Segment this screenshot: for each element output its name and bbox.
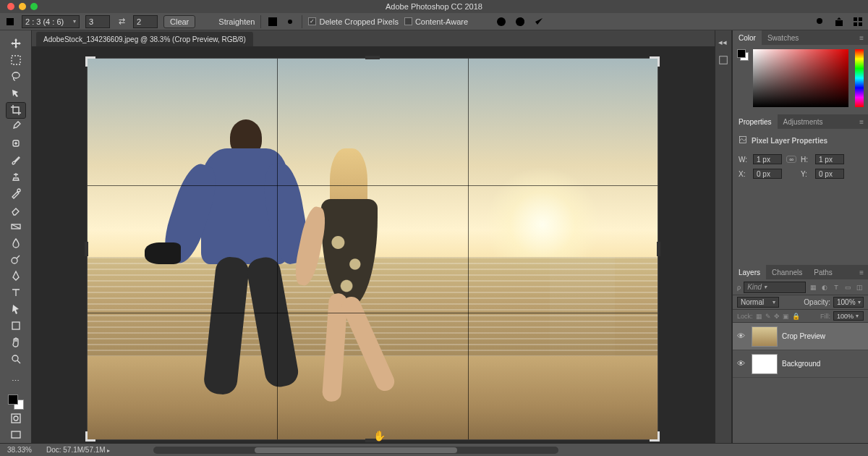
move-tool[interactable]	[7, 36, 25, 51]
path-select-tool[interactable]	[7, 302, 25, 317]
close-window-button[interactable]	[7, 3, 14, 10]
horizontal-scrollbar[interactable]	[153, 447, 558, 454]
lock-trans-icon[interactable]: ▦	[756, 313, 762, 320]
layer-item[interactable]: 👁 Background	[733, 350, 868, 378]
pixel-layer-icon	[739, 135, 747, 145]
reset-crop-icon[interactable]	[495, 16, 507, 28]
filter-type-icon[interactable]: T	[832, 284, 841, 291]
lock-artboard-icon[interactable]: ▣	[783, 313, 789, 320]
document-tab[interactable]: AdobeStock_134236609.jpeg @ 38.3% (Crop …	[36, 32, 253, 46]
crop-tool-preset-icon[interactable]	[4, 16, 16, 28]
crop-handle-right[interactable]	[657, 242, 660, 256]
workspace-icon[interactable]	[852, 16, 864, 28]
share-icon[interactable]	[833, 16, 845, 28]
crop-tool[interactable]	[7, 103, 25, 118]
color-swatch-icon[interactable]	[737, 49, 749, 61]
hand-tool[interactable]	[7, 335, 25, 350]
color-field[interactable]	[753, 49, 848, 107]
tab-layers[interactable]: Layers	[733, 265, 766, 279]
filter-smart-icon[interactable]: ◫	[855, 284, 864, 291]
gradient-tool[interactable]	[7, 219, 25, 234]
quick-mask-icon[interactable]	[7, 411, 25, 426]
content-aware-checkbox[interactable]: Content-Aware	[404, 17, 468, 26]
quick-select-tool[interactable]	[7, 86, 25, 101]
lock-pos-icon[interactable]: ✥	[774, 313, 780, 320]
crop-handle-top[interactable]	[365, 56, 380, 59]
y-value[interactable]: 0 px	[815, 169, 844, 179]
svg-rect-9	[854, 22, 857, 26]
fill-input[interactable]: 100%	[833, 311, 864, 321]
ratio-preset-dropdown[interactable]: 2 : 3 (4 : 6)	[22, 15, 80, 28]
crop-handle-br[interactable]	[650, 431, 660, 442]
crop-height-input[interactable]	[133, 15, 158, 28]
filter-shape-icon[interactable]: ▭	[843, 284, 852, 291]
hue-slider[interactable]	[855, 49, 864, 107]
search-icon[interactable]	[814, 16, 826, 28]
tab-adjustments[interactable]: Adjustments	[778, 114, 829, 129]
x-value[interactable]: 0 px	[753, 169, 782, 179]
healing-brush-tool[interactable]	[7, 136, 25, 151]
w-value[interactable]: 1 px	[753, 154, 782, 164]
panel-menu-icon[interactable]: ≡	[859, 269, 868, 276]
clone-stamp-tool[interactable]	[7, 169, 25, 184]
crop-handle-bl[interactable]	[85, 431, 95, 442]
eyedropper-tool[interactable]	[7, 119, 25, 135]
cancel-crop-icon[interactable]	[514, 16, 526, 28]
eraser-tool[interactable]	[7, 202, 25, 217]
edit-toolbar-icon[interactable]: ⋯	[7, 373, 25, 389]
tab-properties[interactable]: Properties	[733, 114, 778, 129]
lock-image-icon[interactable]: ✎	[765, 313, 771, 320]
zoom-tool[interactable]	[7, 352, 25, 367]
minimize-window-button[interactable]	[19, 3, 26, 10]
straighten-icon[interactable]	[201, 16, 213, 28]
layer-item[interactable]: 👁 Crop Preview	[733, 323, 868, 350]
collapse-panels-icon[interactable]: ◂◂	[718, 38, 728, 48]
filter-pixel-icon[interactable]: ▦	[809, 284, 817, 291]
visibility-eye-icon[interactable]: 👁	[737, 332, 747, 342]
filter-adjust-icon[interactable]: ◐	[820, 284, 829, 291]
tab-swatches[interactable]: Swatches	[762, 30, 804, 45]
history-brush-tool[interactable]	[7, 185, 25, 200]
screen-mode-icon[interactable]	[7, 428, 25, 443]
brush-tool[interactable]	[7, 152, 25, 167]
commit-crop-icon[interactable]	[533, 16, 545, 28]
collapsed-panel-strip: ◂◂	[715, 30, 732, 443]
visibility-eye-icon[interactable]: 👁	[737, 359, 747, 369]
h-value[interactable]: 1 px	[815, 154, 844, 164]
panel-menu-icon[interactable]: ≡	[859, 34, 868, 42]
swap-dimensions-icon[interactable]: ⇄	[116, 16, 127, 28]
dodge-tool[interactable]	[7, 252, 25, 267]
crop-handle-left[interactable]	[85, 242, 88, 256]
doc-info[interactable]: Doc: 57.1M/57.1M ▸	[46, 446, 111, 454]
crop-handle-tr[interactable]	[650, 56, 660, 67]
marquee-tool[interactable]	[7, 53, 25, 68]
tab-paths[interactable]: Paths	[808, 265, 838, 279]
tools-panel: ⋯	[0, 30, 32, 443]
lock-all-icon[interactable]: 🔒	[792, 313, 800, 320]
maximize-window-button[interactable]	[30, 3, 38, 10]
zoom-level[interactable]: 38.33%	[7, 446, 32, 454]
clear-button[interactable]: Clear	[163, 15, 195, 28]
lasso-tool[interactable]	[7, 69, 25, 85]
overlay-options-icon[interactable]	[267, 16, 278, 28]
tab-channels[interactable]: Channels	[766, 265, 808, 279]
layer-filter-kind[interactable]: Kind	[744, 282, 806, 293]
pen-tool[interactable]	[7, 269, 25, 284]
crop-options-gear-icon[interactable]	[284, 16, 296, 28]
link-wh-icon[interactable]: ∞	[786, 156, 796, 163]
blend-mode-dropdown[interactable]: Normal	[737, 297, 779, 308]
crop-width-input[interactable]	[85, 15, 110, 28]
properties-panel-tabs: Properties Adjustments ≡	[733, 114, 868, 129]
crop-frame[interactable]	[87, 58, 658, 440]
panel-menu-icon[interactable]: ≡	[859, 118, 868, 126]
opacity-input[interactable]: 100%	[833, 297, 864, 308]
delete-cropped-checkbox[interactable]: Delete Cropped Pixels	[308, 17, 398, 26]
blur-tool[interactable]	[7, 235, 25, 250]
type-tool[interactable]	[7, 285, 25, 300]
crop-handle-tl[interactable]	[85, 56, 95, 67]
shape-tool[interactable]	[7, 318, 25, 334]
tab-color[interactable]: Color	[733, 30, 762, 45]
history-panel-icon[interactable]	[718, 55, 728, 65]
canvas[interactable]: ✋	[32, 46, 715, 443]
foreground-background-swatch[interactable]	[8, 394, 24, 410]
